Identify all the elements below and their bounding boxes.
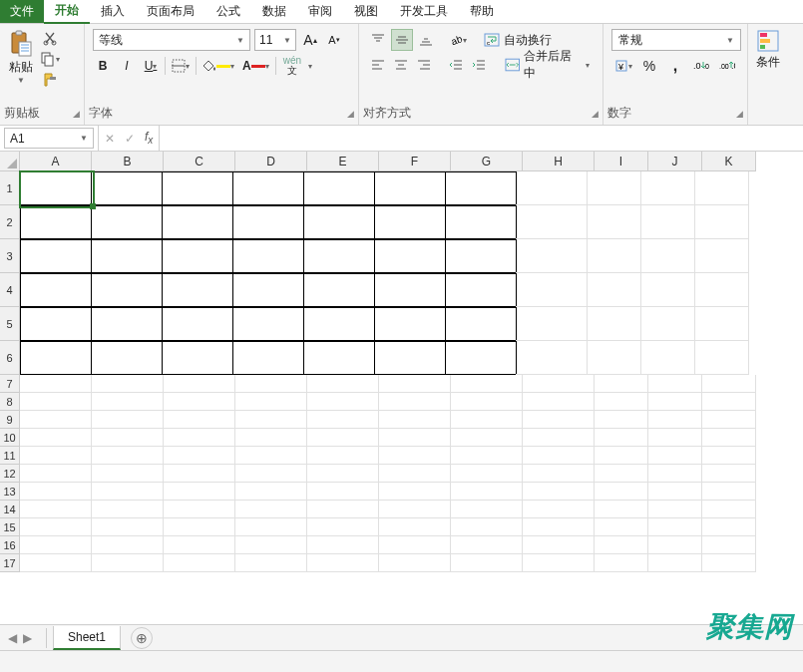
align-right-button[interactable] xyxy=(414,54,435,76)
formula-input[interactable] xyxy=(159,126,803,151)
cell[interactable] xyxy=(451,411,523,429)
cell[interactable] xyxy=(307,465,379,483)
column-header[interactable]: A xyxy=(20,152,92,171)
dialog-launcher-icon[interactable]: ◢ xyxy=(736,109,743,119)
name-box[interactable]: A1▼ xyxy=(4,128,94,149)
cell[interactable] xyxy=(92,554,164,572)
cell[interactable] xyxy=(451,465,523,483)
cell[interactable] xyxy=(164,518,235,536)
menu-item-2[interactable]: 插入 xyxy=(90,0,136,23)
menu-item-1[interactable]: 开始 xyxy=(44,0,90,24)
cell[interactable] xyxy=(164,536,235,554)
cell[interactable] xyxy=(595,518,648,536)
cell[interactable] xyxy=(523,411,595,429)
cell[interactable] xyxy=(20,518,92,536)
dialog-launcher-icon[interactable]: ◢ xyxy=(592,109,599,119)
cell[interactable] xyxy=(307,554,379,572)
cell[interactable] xyxy=(523,375,595,393)
row-header[interactable]: 13 xyxy=(0,483,20,501)
cell[interactable] xyxy=(595,429,648,447)
cell[interactable] xyxy=(162,171,233,205)
cell[interactable] xyxy=(162,307,233,341)
cell[interactable] xyxy=(162,273,233,307)
cell[interactable] xyxy=(648,411,702,429)
cell[interactable] xyxy=(92,429,164,447)
cell[interactable] xyxy=(648,465,702,483)
cell[interactable] xyxy=(92,375,164,393)
cell[interactable] xyxy=(702,447,756,465)
percent-button[interactable]: % xyxy=(637,55,661,77)
cell[interactable] xyxy=(702,411,756,429)
cell[interactable] xyxy=(20,171,92,205)
cell[interactable] xyxy=(648,447,702,465)
dialog-launcher-icon[interactable]: ◢ xyxy=(347,109,354,119)
cell[interactable] xyxy=(20,447,92,465)
sheet-tab[interactable]: Sheet1 xyxy=(53,626,121,650)
align-center-button[interactable] xyxy=(390,54,411,76)
cell[interactable] xyxy=(445,239,517,273)
increase-indent-button[interactable] xyxy=(468,54,489,76)
cell[interactable] xyxy=(445,307,517,341)
cell[interactable] xyxy=(374,307,446,341)
menu-item-4[interactable]: 公式 xyxy=(205,0,251,23)
cell[interactable] xyxy=(523,465,595,483)
merge-center-button[interactable]: 合并后居中▾ xyxy=(500,54,595,76)
cell[interactable] xyxy=(235,447,307,465)
cell[interactable] xyxy=(641,341,695,375)
font-size-combo[interactable]: 11▼ xyxy=(254,29,296,51)
row-header[interactable]: 11 xyxy=(0,447,20,465)
column-header[interactable]: F xyxy=(379,152,451,171)
orientation-button[interactable]: ab▾ xyxy=(447,29,469,51)
cell[interactable] xyxy=(595,411,648,429)
cell[interactable] xyxy=(595,465,648,483)
accounting-format-button[interactable]: ¥▾ xyxy=(611,55,635,77)
menu-item-0[interactable]: 文件 xyxy=(0,0,44,23)
cell[interactable] xyxy=(695,171,749,205)
italic-button[interactable]: I xyxy=(117,55,137,77)
cell[interactable] xyxy=(695,239,749,273)
cell[interactable] xyxy=(374,205,446,239)
cell[interactable] xyxy=(164,465,235,483)
column-header[interactable]: B xyxy=(92,152,164,171)
cell[interactable] xyxy=(235,429,307,447)
cell[interactable] xyxy=(648,518,702,536)
dialog-launcher-icon[interactable]: ◢ xyxy=(73,109,80,119)
cell[interactable] xyxy=(702,429,756,447)
cell[interactable] xyxy=(702,501,756,518)
cell[interactable] xyxy=(20,554,92,572)
cancel-formula-icon[interactable]: ✕ xyxy=(105,132,115,146)
cell[interactable] xyxy=(374,341,446,375)
cell[interactable] xyxy=(164,483,235,501)
cell[interactable] xyxy=(379,465,451,483)
cell[interactable] xyxy=(232,205,304,239)
phonetic-guide-button[interactable]: wén文 xyxy=(280,55,304,77)
cell[interactable] xyxy=(20,429,92,447)
cell[interactable] xyxy=(648,554,702,572)
cell[interactable] xyxy=(232,273,304,307)
align-left-button[interactable] xyxy=(367,54,388,76)
cell[interactable] xyxy=(379,375,451,393)
cell[interactable] xyxy=(307,536,379,554)
cell[interactable] xyxy=(307,501,379,518)
format-painter-button[interactable] xyxy=(40,71,60,89)
cell[interactable] xyxy=(445,273,517,307)
increase-decimal-button[interactable]: .0.00 xyxy=(689,55,713,77)
cell[interactable] xyxy=(588,307,641,341)
column-header[interactable]: J xyxy=(648,152,702,171)
cell[interactable] xyxy=(235,554,307,572)
cell[interactable] xyxy=(588,239,641,273)
menu-item-3[interactable]: 页面布局 xyxy=(136,0,205,23)
cell[interactable] xyxy=(702,375,756,393)
cell[interactable] xyxy=(451,536,523,554)
menu-item-6[interactable]: 审阅 xyxy=(297,0,343,23)
menu-item-7[interactable]: 视图 xyxy=(343,0,389,23)
column-header[interactable]: E xyxy=(307,152,379,171)
cell[interactable] xyxy=(235,393,307,411)
cell[interactable] xyxy=(303,273,375,307)
font-color-button[interactable]: A▾ xyxy=(240,55,271,77)
cell[interactable] xyxy=(695,307,749,341)
number-format-combo[interactable]: 常规▼ xyxy=(611,29,741,51)
cell[interactable] xyxy=(648,429,702,447)
row-header[interactable]: 16 xyxy=(0,536,20,554)
cell[interactable] xyxy=(702,518,756,536)
